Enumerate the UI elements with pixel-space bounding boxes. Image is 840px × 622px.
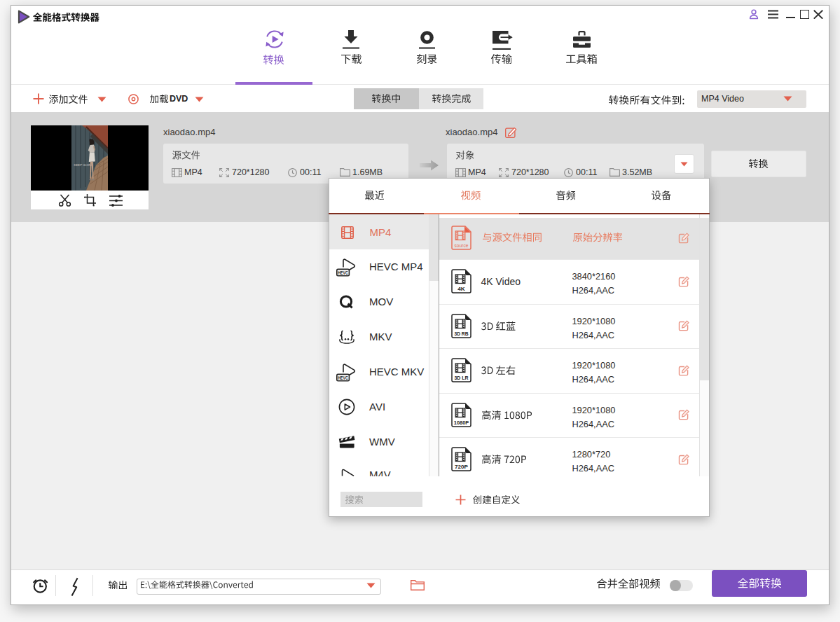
svg-text:720P: 720P (455, 464, 469, 470)
svg-text:3D LR: 3D LR (454, 375, 468, 381)
svg-text:source: source (454, 243, 468, 248)
svg-text:HEVC: HEVC (338, 375, 348, 380)
svg-text:3D RB: 3D RB (454, 331, 468, 337)
svg-text:4K: 4K (457, 286, 465, 292)
svg-text:HEVC: HEVC (338, 270, 348, 275)
svg-text:1080P: 1080P (453, 420, 469, 426)
